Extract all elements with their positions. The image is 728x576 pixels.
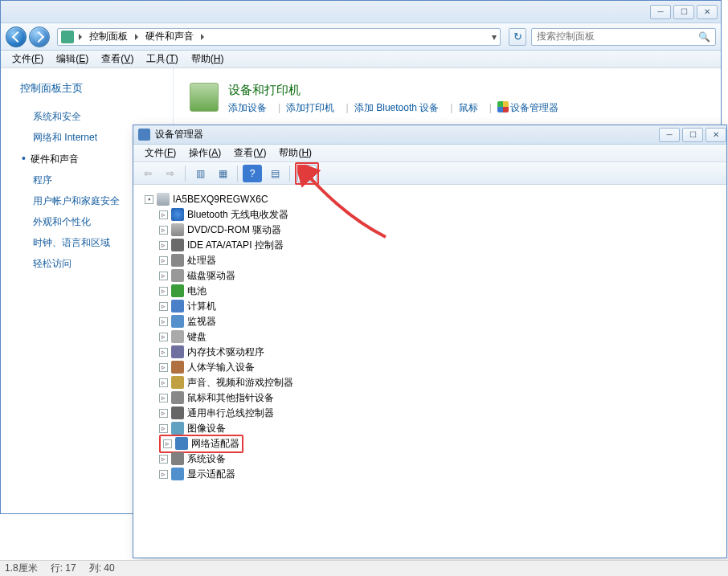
menu-文件[interactable]: 文件(F) [138, 145, 182, 161]
expand-icon[interactable]: ▹ [159, 210, 168, 219]
tree-item-label: 内存技术驱动程序 [187, 345, 264, 359]
expand-icon[interactable]: ▹ [159, 363, 168, 372]
menu-查看[interactable]: 查看(V) [95, 51, 140, 67]
maximize-button[interactable]: ☐ [673, 5, 694, 19]
chevron-right-icon [79, 34, 82, 40]
expand-icon[interactable]: ▹ [159, 409, 168, 418]
expand-icon[interactable]: ▹ [159, 348, 168, 357]
back-button[interactable] [6, 27, 27, 47]
tree-item[interactable]: ▹图像设备 [141, 421, 718, 435]
tree-item[interactable]: ▹磁盘驱动器 [141, 268, 718, 283]
help-icon[interactable]: ? [243, 165, 262, 182]
tree-item-label: 计算机 [187, 300, 216, 313]
sidebar-item[interactable]: 系统和安全 [20, 110, 173, 124]
expand-icon[interactable]: ▹ [159, 394, 168, 402]
search-placeholder: 搜索控制面板 [537, 30, 595, 43]
collapse-icon[interactable]: ▪ [145, 195, 153, 204]
expand-icon[interactable]: ▹ [159, 287, 168, 296]
menu-工具[interactable]: 工具(T) [140, 51, 184, 67]
expand-icon[interactable]: ▹ [163, 439, 172, 448]
ic-mem [171, 345, 184, 358]
scan-hardware-icon[interactable] [297, 165, 317, 182]
ic-disk [171, 269, 184, 282]
refresh-button[interactable]: ↻ [509, 28, 526, 46]
tree-item-label: DVD/CD-ROM 驱动器 [187, 223, 281, 237]
category-links: 添加设备| 添加打印机| 添加 Bluetooth 设备| 鼠标| 设备管理器 [228, 101, 566, 115]
tree-item[interactable]: ▹声音、视频和游戏控制器 [141, 375, 718, 390]
update-driver-icon[interactable]: ▤ [265, 165, 284, 182]
tree-item[interactable]: ▹监视器 [141, 314, 718, 329]
device-manager-icon [138, 129, 150, 141]
tree-item[interactable]: ▹键盘 [141, 329, 718, 344]
expand-icon[interactable]: ▹ [159, 272, 168, 280]
properties-icon[interactable]: ▦ [213, 165, 232, 182]
expand-icon[interactable]: ▹ [159, 470, 168, 479]
link-mouse[interactable]: 鼠标 [459, 102, 478, 113]
show-hidden-icon[interactable]: ▥ [190, 165, 210, 182]
tree-item[interactable]: ▹IDE ATA/ATAPI 控制器 [141, 238, 718, 252]
ic-hid [171, 361, 184, 374]
menu-操作[interactable]: 操作(A) [182, 145, 227, 161]
tree-root[interactable]: ▪ IA5BEXQ9REGWX6C [141, 192, 718, 206]
ic-mon [171, 315, 184, 328]
ic-usb [171, 406, 184, 419]
tree-item-label: 通用串行总线控制器 [187, 406, 274, 420]
ic-snd [171, 376, 184, 389]
expand-icon[interactable]: ▹ [159, 317, 168, 326]
link-add-printer[interactable]: 添加打印机 [286, 102, 334, 113]
ic-kb [171, 330, 184, 343]
menu-帮助[interactable]: 帮助(H) [185, 51, 231, 67]
cp-home-link[interactable]: 控制面板主页 [20, 81, 173, 96]
tree-item-label: 显示适配器 [187, 468, 235, 481]
expand-icon[interactable]: ▹ [159, 455, 168, 464]
cp-menu-bar: 文件(F)编辑(E)查看(V)工具(T)帮助(H) [1, 51, 721, 68]
expand-icon[interactable]: ▹ [159, 302, 168, 311]
search-icon: 🔍 [698, 31, 710, 43]
dm-close-button[interactable]: ✕ [706, 128, 726, 142]
tree-item[interactable]: ▹DVD/CD-ROM 驱动器 [141, 223, 718, 237]
menu-帮助[interactable]: 帮助(H) [272, 145, 318, 161]
tree-item[interactable]: ▹显示适配器 [141, 467, 718, 481]
forward-button[interactable] [29, 27, 50, 47]
link-add-device[interactable]: 添加设备 [228, 102, 267, 113]
expand-icon[interactable]: ▹ [159, 256, 168, 265]
dm-minimize-button[interactable]: ─ [659, 128, 680, 142]
printer-icon [190, 83, 219, 112]
ic-bat [171, 284, 184, 297]
expand-icon[interactable]: ▹ [159, 333, 168, 341]
link-add-bluetooth[interactable]: 添加 Bluetooth 设备 [354, 102, 439, 113]
dropdown-icon[interactable]: ▾ [492, 31, 497, 43]
forward-icon[interactable]: ⇨ [161, 165, 180, 182]
tree-item[interactable]: ▹处理器 [141, 253, 718, 268]
link-device-manager[interactable]: 设备管理器 [510, 102, 558, 113]
back-icon[interactable]: ⇦ [138, 165, 157, 182]
tree-item[interactable]: ▹内存技术驱动程序 [141, 345, 718, 359]
ic-ide [171, 239, 184, 251]
tree-item[interactable]: ▹网络适配器 [141, 436, 718, 451]
minimize-button[interactable]: ─ [650, 5, 671, 19]
menu-编辑[interactable]: 编辑(E) [50, 51, 95, 67]
dm-maximize-button[interactable]: ☐ [682, 128, 703, 142]
breadcrumb-segment[interactable]: 硬件和声音 [140, 28, 199, 45]
search-box[interactable]: 搜索控制面板 🔍 [531, 28, 716, 46]
cp-caption-bar: ─ ☐ ✕ [1, 1, 721, 23]
tree-item[interactable]: ▹通用串行总线控制器 [141, 406, 718, 420]
menu-文件[interactable]: 文件(F) [6, 51, 50, 67]
tree-item[interactable]: ▹计算机 [141, 299, 718, 313]
address-bar[interactable]: 控制面板 硬件和声音 ▾ [57, 28, 501, 46]
expand-icon[interactable]: ▹ [159, 241, 168, 250]
expand-icon[interactable]: ▹ [159, 378, 168, 387]
tree-item-label: 系统设备 [187, 452, 226, 466]
tree-item[interactable]: ▹电池 [141, 284, 718, 298]
expand-icon[interactable]: ▹ [159, 424, 168, 433]
tree-item[interactable]: ▹鼠标和其他指针设备 [141, 390, 718, 405]
menu-查看[interactable]: 查看(V) [227, 145, 272, 161]
category-title[interactable]: 设备和打印机 [228, 83, 566, 98]
tree-item[interactable]: ▹Bluetooth 无线电收发器 [141, 207, 718, 222]
dm-tree[interactable]: ▪ IA5BEXQ9REGWX6C ▹Bluetooth 无线电收发器▹DVD/… [133, 185, 726, 556]
tree-item[interactable]: ▹人体学输入设备 [141, 360, 718, 374]
tree-item[interactable]: ▹系统设备 [141, 451, 718, 466]
close-button[interactable]: ✕ [697, 5, 718, 19]
breadcrumb-segment[interactable]: 控制面板 [84, 28, 133, 45]
expand-icon[interactable]: ▹ [159, 226, 168, 235]
